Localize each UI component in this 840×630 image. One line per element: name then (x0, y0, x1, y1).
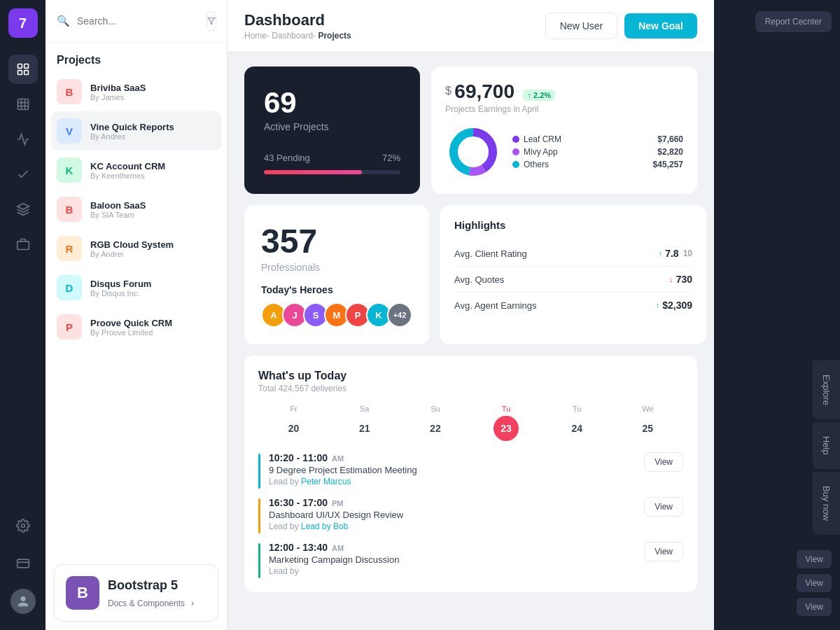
earnings-card: $ 69,700 ↑ 2.2% Projects Earnings in Apr… (431, 66, 697, 194)
right-panel-view-button-3[interactable]: View (797, 598, 832, 616)
svg-marker-9 (17, 204, 29, 209)
legend-dot (512, 161, 519, 168)
user-avatar-icon[interactable] (8, 587, 38, 616)
filter-icon[interactable] (206, 11, 216, 31)
calendar-day[interactable]: Sa 21 (352, 405, 377, 441)
right-panel: Report Cecnter ExploreHelpBuy now View V… (714, 0, 840, 630)
project-icon: V (57, 118, 82, 144)
cal-day-name: Tu (502, 405, 510, 413)
highlight-value: ↑ 7.810 (659, 248, 692, 259)
sidebar: 🔍 Projects B Briviba SaaS By James V Vin… (46, 0, 227, 630)
event-item: 10:20 - 11:00 AM 9 Degree Project Estima… (258, 452, 683, 489)
calendar-day[interactable]: Fr 20 (281, 405, 307, 441)
earnings-legend: Leaf CRM Mivy App Others (512, 134, 642, 169)
project-info: Briviba SaaS By James (90, 83, 216, 102)
project-by: By Proove Limited (90, 328, 216, 337)
report-center-button[interactable]: Report Cecnter (755, 11, 832, 32)
earnings-badge: ↑ 2.2% (523, 90, 555, 101)
nav-cards[interactable] (8, 549, 38, 578)
event-lead-link[interactable]: Lead by Bob (301, 522, 348, 531)
svg-rect-12 (17, 559, 29, 568)
cal-day-num: 24 (564, 416, 589, 441)
app-avatar[interactable]: 7 (8, 8, 38, 38)
project-info: Vine Quick Reports By Andres (90, 122, 216, 141)
event-name: Marketing Campaign Discussion (269, 554, 636, 565)
project-item[interactable]: P Proove Quick CRM By Proove Limited (51, 307, 221, 346)
nav-briefcase[interactable] (8, 230, 38, 259)
breadcrumb: Home- Dashboard- Projects (244, 31, 351, 41)
cal-day-num: 22 (423, 416, 448, 441)
project-icon: P (57, 314, 82, 340)
project-item[interactable]: K KC Account CRM By Keenthemes (51, 150, 221, 190)
pending-pct: 72% (382, 153, 400, 163)
cal-day-name: Tu (573, 405, 581, 413)
project-item[interactable]: V Vine Quick Reports By Andres (51, 111, 221, 150)
cal-day-name: Su (430, 405, 440, 413)
professionals-label: Professionals (261, 262, 412, 273)
search-bar: 🔍 (46, 0, 227, 43)
project-by: By SIA Team (90, 211, 216, 219)
search-icon: 🔍 (57, 15, 70, 27)
whatsup-card: What's up Today Total 424,567 deliveries… (244, 356, 697, 592)
cal-day-num: 21 (352, 416, 377, 441)
earnings-header: $ 69,700 ↑ 2.2% (445, 80, 683, 103)
calendar-day[interactable]: We 25 (635, 405, 660, 441)
project-by: By James (90, 93, 216, 102)
user-avatar (10, 589, 36, 614)
event-time: 12:00 - 13:40 AM (269, 542, 636, 553)
event-view-button[interactable]: View (644, 497, 683, 517)
highlight-row: Avg. Quotes ↓ 730 (454, 267, 692, 293)
breadcrumb-active: Projects (318, 31, 351, 41)
highlights-title: Highlights (454, 219, 692, 231)
right-panel-view-button-2[interactable]: View (797, 574, 832, 592)
project-name: Vine Quick Reports (90, 122, 216, 132)
project-name: Baloon SaaS (90, 200, 216, 211)
highlight-name: Avg. Quotes (454, 274, 504, 285)
nav-layers[interactable] (8, 195, 38, 224)
calendar-day[interactable]: Tu 24 (564, 405, 589, 441)
nav-dashboard[interactable] (8, 55, 38, 84)
bootstrap-card: B Bootstrap 5 Docs & Components (54, 564, 218, 622)
calendar-day[interactable]: Tu 23 (493, 405, 519, 441)
professionals-card: 357 Professionals Today's Heroes AJSMPK+… (244, 205, 429, 344)
new-goal-button[interactable]: New Goal (624, 13, 697, 38)
active-projects-card: 69 Active Projects 43 Pending 72% (244, 66, 420, 194)
progress-fill (264, 170, 362, 174)
highlight-secondary: 10 (683, 248, 692, 258)
project-item[interactable]: B Briviba SaaS By James (51, 72, 221, 111)
event-bar (258, 498, 260, 533)
professionals-number: 357 (261, 222, 412, 260)
new-user-button[interactable]: New User (545, 13, 617, 39)
header-left: Dashboard Home- Dashboard- Projects (244, 11, 351, 41)
project-name: KC Account CRM (90, 161, 216, 172)
event-bar (258, 454, 260, 489)
event-view-button[interactable]: View (644, 542, 683, 561)
nav-analytics[interactable] (8, 125, 38, 154)
calendar-day[interactable]: Su 22 (423, 405, 448, 441)
highlight-value: ↑ $2,309 (656, 300, 692, 311)
nav-check[interactable] (8, 160, 38, 189)
project-item[interactable]: D Disqus Forum By Disqus Inc. (51, 268, 221, 307)
project-by: By Keenthemes (90, 172, 216, 180)
docs-label: Docs & Components (108, 598, 185, 608)
right-panel-tab[interactable]: Buy now (813, 472, 840, 535)
project-item[interactable]: R RGB Cloud System By Andrei (51, 229, 221, 268)
event-item: 12:00 - 13:40 AM Marketing Campaign Disc… (258, 542, 683, 578)
event-view-button[interactable]: View (644, 452, 683, 472)
event-lead-link[interactable]: Peter Marcus (301, 477, 351, 486)
legend-item: Mivy App (512, 147, 642, 157)
project-by: By Andres (90, 132, 216, 141)
docs-link[interactable]: Docs & Components (108, 593, 196, 608)
dashboard-body: 69 Active Projects 43 Pending 72% $ (227, 52, 714, 630)
legend-value: $45,257 (653, 160, 683, 169)
event-info: 10:20 - 11:00 AM 9 Degree Project Estima… (269, 452, 636, 486)
project-name: Disqus Forum (90, 279, 216, 289)
nav-settings[interactable] (8, 511, 38, 540)
nav-grid[interactable] (8, 90, 38, 119)
right-panel-tab[interactable]: Explore (813, 360, 840, 419)
project-item[interactable]: B Baloon SaaS By SIA Team (51, 190, 221, 229)
search-input[interactable] (77, 15, 200, 27)
svg-rect-2 (18, 71, 22, 75)
right-panel-tab[interactable]: Help (813, 422, 840, 469)
right-panel-view-button-1[interactable]: View (797, 550, 832, 568)
